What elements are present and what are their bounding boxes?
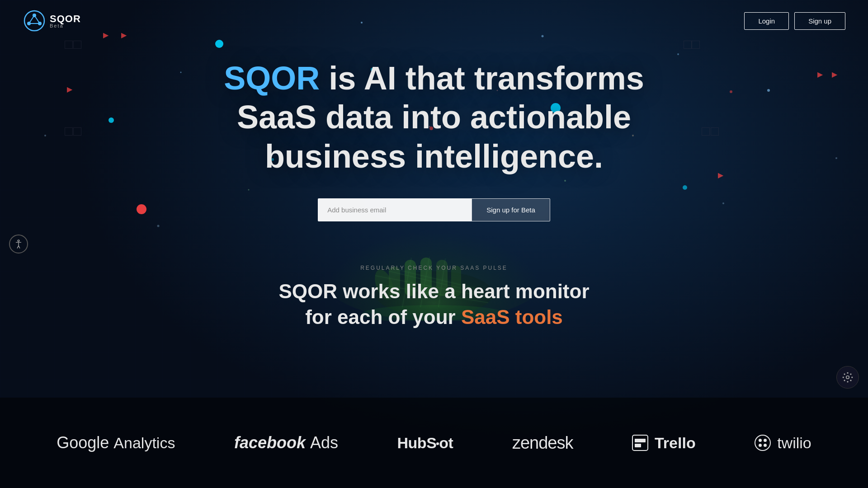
login-button[interactable]: Login [744, 12, 789, 30]
brand-facebook-ads: facebook Ads [234, 433, 338, 452]
saas-title-plain: for each of your [305, 306, 461, 328]
hero-title: SQOR is AI that transforms SaaS data int… [185, 59, 683, 176]
saas-section: REGULARLY CHECK YOUR SAAS PULSE SQOR wor… [0, 265, 868, 330]
email-input[interactable] [318, 198, 472, 221]
twilio-icon [755, 435, 771, 451]
svg-point-40 [847, 372, 848, 374]
svg-point-47 [844, 380, 845, 381]
settings-icon [842, 371, 854, 383]
settings-button[interactable] [836, 366, 859, 389]
svg-point-41 [847, 381, 848, 382]
beta-badge: Beta [50, 23, 64, 28]
saas-title-highlight: SaaS tools [461, 306, 563, 328]
brands-bar: Google Analytics facebook Ads HubSot zen… [0, 398, 868, 488]
google-analytics-label: Google Analytics [57, 433, 175, 452]
navbar: SQOR Beta Login Sign up [0, 0, 868, 42]
svg-point-44 [844, 373, 845, 375]
brand-trello: Trello [632, 434, 696, 452]
trello-label: Trello [655, 434, 696, 452]
nav-buttons: Login Sign up [744, 12, 845, 30]
svg-point-43 [851, 376, 853, 378]
facebook-ads-label: facebook Ads [234, 433, 338, 452]
svg-point-46 [850, 373, 851, 375]
trello-icon [632, 435, 648, 451]
logo: SQOR Beta [23, 9, 81, 33]
logo-text-group: SQOR Beta [50, 13, 81, 28]
accessibility-icon [14, 239, 24, 249]
hero-brand-name: SQOR [224, 60, 320, 96]
svg-point-39 [846, 376, 849, 379]
saas-title-line2: for each of your SaaS tools [305, 306, 563, 328]
logo-icon [23, 9, 46, 33]
svg-line-20 [29, 15, 34, 23]
beta-signup-button[interactable]: Sign up for Beta [472, 198, 550, 221]
brand-twilio: twilio [755, 434, 811, 452]
brand-zendesk: zendesk [512, 433, 573, 453]
brand-hubspot: HubSot [397, 434, 453, 452]
hubspot-label: HubSot [397, 434, 453, 452]
brand-google-analytics: Google Analytics [57, 433, 175, 452]
accessibility-button[interactable] [9, 235, 28, 253]
svg-point-42 [843, 376, 844, 378]
zendesk-label: zendesk [512, 433, 573, 453]
twilio-label: twilio [777, 434, 811, 452]
saas-title: SQOR works like a heart monitor for each… [0, 278, 868, 330]
saas-title-line1: SQOR works like a heart monitor [278, 280, 589, 302]
signup-form: Sign up for Beta [318, 198, 550, 221]
svg-point-38 [18, 240, 19, 242]
signup-button[interactable]: Sign up [794, 12, 845, 30]
saas-label: REGULARLY CHECK YOUR SAAS PULSE [0, 265, 868, 271]
svg-line-21 [34, 15, 40, 23]
svg-point-45 [850, 380, 851, 381]
